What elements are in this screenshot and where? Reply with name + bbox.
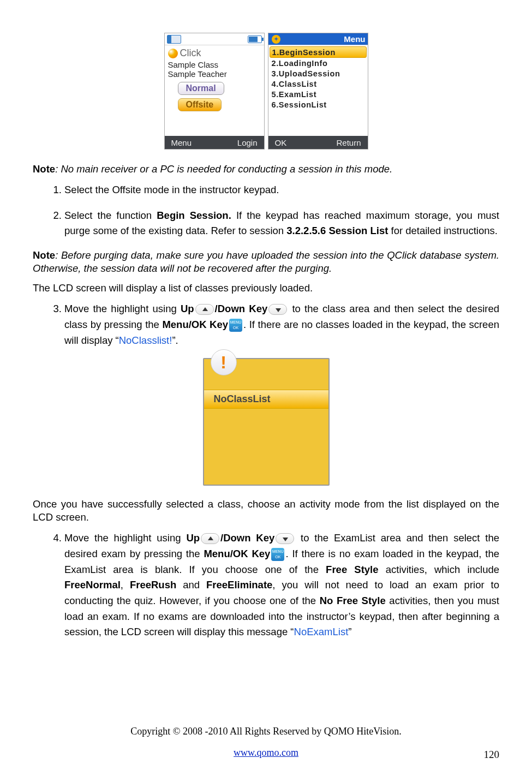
step-2-text-e: for detailed instructions. [388,225,498,236]
instruction-list: Select the Offsite mode in the instructo… [34,182,499,239]
copyright-text: Copyright © 2008 -2010 All Rights Reserv… [33,726,499,737]
menu-title-icon: ✦ [272,35,280,44]
alert-bubble-icon: ! [211,349,237,375]
step-4-text-d: activities, which include [379,564,499,575]
down-key-icon [268,304,287,315]
menu-item-upload-session[interactable]: 3.UploadSession [270,68,367,79]
menu-item-exam-list[interactable]: 5.ExamList [270,89,367,99]
instruction-step-2: Select the function Begin Session. If th… [64,208,499,239]
up-key-icon [201,533,219,544]
step-4-noexamlist: NoExamList [294,626,349,637]
step-2-section-ref: 3.2.2.5.6 Session List [286,225,388,236]
menu-item-session-list[interactable]: 6.SessionList [270,99,367,110]
step-4-free-style: Free Style [326,564,378,575]
instruction-list-cont2: Move the highlight using Up/Down Key to … [34,530,499,640]
app-brand-name: Click [180,47,201,59]
menu-title: Menu [344,34,365,44]
paragraph-classes-loaded: The LCD screen will display a list of cl… [33,282,499,295]
softkey-return[interactable]: Return [336,138,361,147]
phone-status-bar [165,33,264,45]
step-4-up-label: Up [186,532,200,544]
normal-mode-button[interactable]: Normal [178,82,224,95]
step-4-text-a: Move the highlight using [64,532,186,544]
note-line-1: Note: No main receiver or a PC is needed… [33,163,499,176]
phone-screenshot-right: ✦ Menu 1.BeginSession 2.LoadingInfo 3.Up… [268,33,368,150]
down-key-icon [276,533,294,544]
step-4-freerush: FreeRush [130,579,176,590]
softkey-menu[interactable]: Menu [171,138,192,147]
menu-ok-key-icon: MENUOK [229,319,242,332]
step-3-noclasslist: NoClasslist! [119,335,172,346]
step-4-text-g: ” [348,626,351,637]
phone-screenshots-row: Click Sample Class Sample Teacher Normal… [33,33,499,150]
battery-icon [248,35,262,43]
document-page: Click Sample Class Sample Teacher Normal… [0,0,532,776]
step-4-menuok-label: Menu/OK Key [204,548,270,559]
step-3-down-label: /Down Key [215,303,268,314]
ok-key-ok-text: OK [275,555,280,559]
phone-body: Click Sample Class Sample Teacher Normal… [165,45,264,136]
step-4-comma: , [121,579,130,590]
class-name-label: Sample Class [168,60,261,69]
step-3-text-d: ”. [172,335,178,346]
noclasslist-screenshot: ! NoClassList [203,358,330,486]
page-number: 120 [484,749,500,761]
phone-menu-titlebar: ✦ Menu [268,33,368,45]
teacher-name-label: Sample Teacher [168,69,261,79]
ok-key-ok-text: OK [233,326,238,330]
menu-item-class-list[interactable]: 4.ClassList [270,79,367,89]
phone-softkeys: OK Return [268,136,368,149]
softkey-login[interactable]: Login [237,138,258,147]
step-2-text-a: Select the function [64,210,157,221]
phone-softkeys: Menu Login [165,136,264,149]
instruction-step-1: Select the Offsite mode in the instructo… [64,182,499,198]
up-key-icon [195,304,214,315]
menu-item-loading-info[interactable]: 2.LoadingInfo [270,58,367,68]
signal-icon [167,35,181,44]
instruction-step-3: Move the highlight using Up/Down Key to … [64,301,499,348]
step-3-up-label: Up [181,303,194,314]
note-text: : No main receiver or a PC is needed for… [55,163,392,175]
app-brand: Click [168,47,261,59]
paragraph-after-noclass: Once you have successfully selected a cl… [33,498,499,524]
note-label: Note [33,249,55,261]
exclamation-icon: ! [220,353,226,373]
footer-url-link[interactable]: www.qomo.com [234,747,298,758]
offsite-mode-button[interactable]: Offsite [178,98,222,111]
step-3-menuok-label: Menu/OK Key [162,319,228,330]
phone-screenshot-left: Click Sample Class Sample Teacher Normal… [164,33,265,150]
noclasslist-screenshot-wrap: ! NoClassList [33,358,499,486]
softkey-ok[interactable]: OK [275,138,287,147]
note-text: : Before purging data, make sure you hav… [33,249,499,274]
step-4-down-label: /Down Key [220,532,274,544]
menu-ok-key-icon: MENUOK [271,548,284,561]
instruction-step-4: Move the highlight using Up/Down Key to … [64,530,499,640]
step-4-freeeliminate: FreeEliminate [206,579,272,590]
noclasslist-title: NoClassList [204,390,328,409]
note-label: Note [33,163,55,175]
phone-menu-list: 1.BeginSession 2.LoadingInfo 3.UploadSes… [270,46,367,110]
step-4-and: and [176,579,206,590]
page-footer: Copyright © 2008 -2010 All Rights Reserv… [33,726,499,759]
step-2-bold: Begin Session. [157,210,231,221]
step-4-no-free-style: No Free Style [320,595,386,606]
phone-menu-body: 1.BeginSession 2.LoadingInfo 3.UploadSes… [268,45,368,136]
ok-key-menu-text: MENU [272,550,284,553]
note-line-2: Note: Before purging data, make sure you… [33,249,499,275]
instruction-list-cont: Move the highlight using Up/Down Key to … [34,301,499,348]
app-logo-icon [168,49,178,58]
ok-key-menu-text: MENU [230,320,242,324]
menu-item-begin-session[interactable]: 1.BeginSession [270,46,367,58]
step-4-freenormal: FreeNormal [64,579,121,590]
step-1-text: Select the Offsite mode in the instructo… [64,184,279,195]
step-3-text-a: Move the highlight using [64,303,181,314]
